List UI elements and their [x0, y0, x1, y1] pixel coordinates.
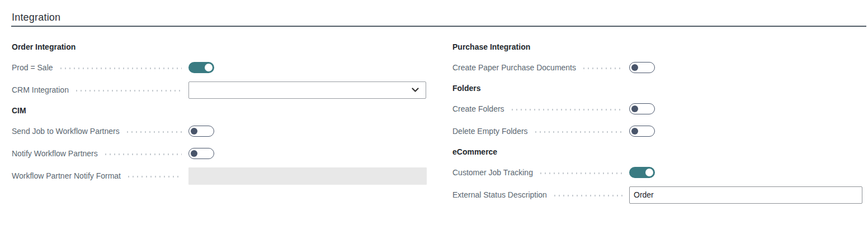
label-wrap: External Status Description	[452, 190, 629, 199]
dotted-leader	[74, 90, 182, 92]
dotted-leader	[553, 195, 622, 196]
create-paper-purchase-label: Create Paper Purchase Documents	[452, 63, 576, 72]
create-folders-toggle[interactable]	[629, 103, 655, 114]
toggle-knob	[191, 128, 197, 135]
notify-workflow-label: Notify Workflow Partners	[12, 149, 98, 158]
field-row-prod-sale: Prod = Sale	[12, 56, 427, 79]
field-row-external-status: External Status Description	[452, 184, 863, 206]
dotted-leader	[126, 176, 182, 177]
dotted-leader	[59, 68, 182, 69]
toggle-knob	[205, 64, 213, 71]
external-status-label: External Status Description	[452, 190, 547, 199]
left-column: Order Integration Prod = Sale CRM Integr…	[12, 37, 427, 206]
label-wrap: Prod = Sale	[12, 63, 188, 72]
notify-workflow-toggle[interactable]	[188, 148, 214, 159]
page-title: Integration	[12, 12, 60, 23]
right-column: Purchase Integration Create Paper Purcha…	[452, 37, 863, 206]
prod-sale-label: Prod = Sale	[12, 63, 53, 72]
customer-job-tracking-label: Customer Job Tracking	[452, 168, 533, 177]
dotted-leader	[539, 172, 622, 174]
field-row-customer-job-tracking: Customer Job Tracking	[452, 161, 863, 184]
dotted-leader	[582, 68, 622, 69]
group-header-purchase-integration: Purchase Integration	[452, 37, 863, 56]
label-wrap: Create Paper Purchase Documents	[452, 63, 629, 72]
dotted-leader	[103, 153, 182, 155]
toggle-knob	[191, 150, 197, 157]
toggle-knob	[631, 64, 638, 71]
dotted-leader	[510, 109, 622, 111]
field-row-notify-workflow: Notify Workflow Partners	[12, 142, 427, 165]
customer-job-tracking-toggle[interactable]	[629, 167, 655, 178]
toggle-knob	[631, 105, 638, 112]
dotted-leader	[125, 131, 182, 133]
field-row-crm-integration: CRM Integration	[12, 79, 427, 101]
workflow-notify-format-field	[188, 167, 427, 185]
label-wrap: Workflow Partner Notify Format	[12, 171, 188, 180]
delete-empty-folders-toggle[interactable]	[629, 126, 655, 137]
workflow-notify-format-label: Workflow Partner Notify Format	[12, 171, 121, 180]
send-job-toggle[interactable]	[188, 126, 214, 137]
label-wrap: Notify Workflow Partners	[12, 149, 188, 158]
dotted-leader	[534, 131, 622, 133]
group-header-ecommerce: eCommerce	[452, 142, 863, 161]
crm-integration-label: CRM Integration	[12, 85, 69, 94]
send-job-label: Send Job to Workflow Partners	[12, 127, 120, 136]
crm-integration-select[interactable]	[188, 81, 426, 99]
label-wrap: Create Folders	[452, 104, 629, 113]
label-wrap: Delete Empty Folders	[452, 127, 629, 136]
field-row-delete-empty-folders: Delete Empty Folders	[452, 120, 863, 142]
field-row-create-folders: Create Folders	[452, 98, 863, 120]
group-header-folders: Folders	[452, 79, 863, 98]
label-wrap: Customer Job Tracking	[452, 168, 629, 177]
group-header-cim: CIM	[12, 101, 427, 120]
title-divider	[11, 26, 866, 27]
field-row-create-paper-purchase: Create Paper Purchase Documents	[452, 56, 863, 79]
toggle-knob	[631, 128, 638, 135]
field-row-workflow-notify-format: Workflow Partner Notify Format	[12, 165, 427, 187]
group-header-order-integration: Order Integration	[12, 37, 427, 56]
delete-empty-folders-label: Delete Empty Folders	[452, 127, 528, 136]
label-wrap: CRM Integration	[12, 85, 188, 94]
external-status-input[interactable]	[629, 186, 862, 204]
label-wrap: Send Job to Workflow Partners	[12, 127, 188, 136]
create-paper-purchase-toggle[interactable]	[629, 62, 655, 73]
settings-columns: Order Integration Prod = Sale CRM Integr…	[0, 37, 863, 206]
create-folders-label: Create Folders	[452, 104, 504, 113]
toggle-knob	[645, 169, 653, 176]
prod-sale-toggle[interactable]	[188, 62, 214, 73]
field-row-send-job: Send Job to Workflow Partners	[12, 120, 427, 142]
integration-settings-page: Integration Order Integration Prod = Sal…	[0, 0, 868, 240]
chevron-down-icon	[412, 88, 419, 93]
